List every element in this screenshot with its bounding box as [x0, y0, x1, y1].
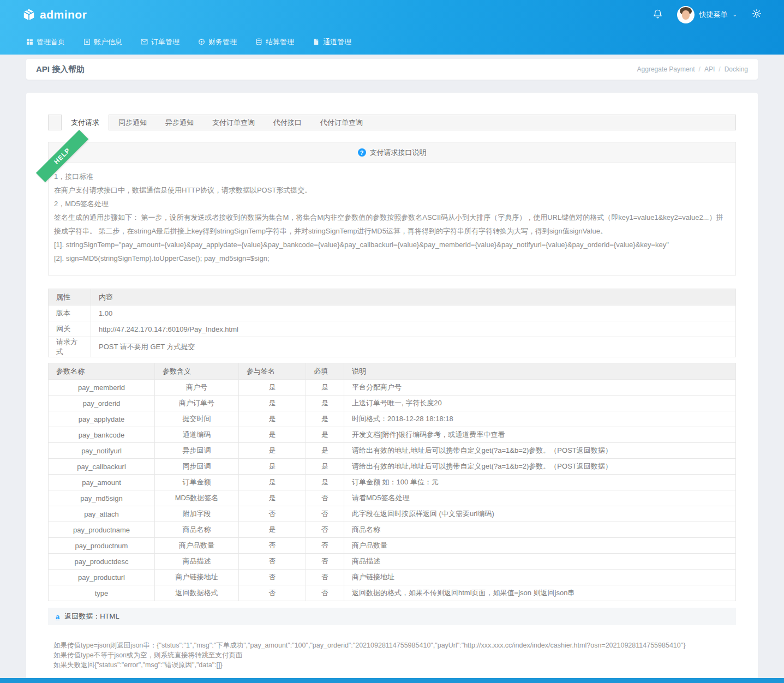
table-cell: 是 [239, 475, 306, 490]
topbar: adminor 快捷菜单 ⌄ [0, 0, 784, 55]
table-cell: 否 [239, 570, 306, 585]
table-cell: 否 [306, 538, 344, 554]
table-cell: 返回数据格式 [155, 585, 239, 601]
table-cell: 是 [306, 459, 344, 475]
table-cell: POST 请不要用 GET 方式提交 [91, 337, 736, 357]
table-row: pay_productnum商户品数量否否商户品数量 [49, 538, 736, 554]
account-icon [83, 38, 91, 45]
table-cell: 否 [239, 554, 306, 570]
table-cell: 请看MD5签名处理 [344, 490, 736, 506]
nav-item-orders[interactable]: 订单管理 [141, 37, 179, 47]
nav-item-channel[interactable]: 通道管理 [313, 37, 351, 47]
table-row: type返回数据格式否否返回数据的格式，如果不传则返回html页面，如果值=js… [49, 585, 736, 601]
tab-payout-order-query[interactable]: 代付订单查询 [311, 115, 372, 130]
channel-icon [313, 38, 320, 45]
tab-pay-request[interactable]: 支付请求 [61, 115, 109, 130]
tab-payout-api[interactable]: 代付接口 [264, 115, 311, 130]
table-cell: 是 [239, 427, 306, 443]
table-cell: 1.00 [91, 305, 736, 321]
settlement-icon [255, 38, 262, 45]
chevron-down-icon: ⌄ [733, 11, 737, 17]
parameter-table: 参数名称 参数含义 参与签名 必填 说明 pay_memberid商户号是是平台… [48, 363, 736, 601]
table-cell: 否 [306, 522, 344, 538]
tab-async-notify[interactable]: 异步通知 [156, 115, 203, 130]
nav-label: 财务管理 [208, 37, 237, 47]
table-cell: 否 [306, 506, 344, 522]
table-cell: 是 [239, 459, 306, 475]
nav-item-settlement[interactable]: 结算管理 [255, 37, 294, 47]
avatar [677, 6, 695, 23]
table-cell: 是 [306, 443, 344, 459]
column-header: 参数含义 [155, 363, 239, 380]
column-header: 必填 [306, 363, 344, 380]
table-row: pay_orderid商户订单号是是上送订单号唯一, 字符长度20 [49, 396, 736, 411]
table-cell: 否 [239, 506, 306, 522]
table-cell: 通道编码 [155, 427, 239, 443]
breadcrumb-item[interactable]: Aggregate Payment [637, 65, 695, 73]
return-data-bar: a 返回数据：HTML [48, 608, 736, 625]
table-cell: 附加字段 [155, 506, 239, 522]
table-cell: pay_amount [49, 475, 155, 490]
table-cell: 同步回调 [155, 459, 239, 475]
table-cell: 请求方式 [49, 337, 91, 357]
text-line: [2]. sign=MD5(stringSignTemp).toUpperCas… [54, 251, 730, 265]
table-cell: 否 [239, 538, 306, 554]
table-cell: 商户号 [155, 380, 239, 396]
finance-icon [198, 38, 205, 45]
nav-label: 账户信息 [94, 37, 122, 47]
help-panel-header: ? 支付请求接口说明 [49, 142, 735, 163]
table-cell: pay_productname [49, 522, 155, 538]
table-row: pay_notifyurl异步回调是是请给出有效的地址,地址后可以携带自定义ge… [49, 443, 736, 459]
table-cell: 是 [239, 522, 306, 538]
table-cell: 是 [239, 490, 306, 506]
content-card: 支付请求 同步通知 异步通知 支付订单查询 代付接口 代付订单查询 HELP ?… [26, 93, 758, 683]
table-cell: 是 [306, 380, 344, 396]
dashboard-icon [26, 38, 33, 45]
table-cell: pay_applydate [49, 411, 155, 427]
breadcrumb-item[interactable]: API [704, 65, 715, 73]
page-title: API 接入帮助 [36, 64, 85, 75]
tab-sync-notify[interactable]: 同步通知 [109, 115, 156, 130]
table-cell: 是 [306, 411, 344, 427]
table-cell: 开发文档[附件]银行编码参考，或通道费率中查看 [344, 427, 736, 443]
table-cell: 请给出有效的地址,地址后可以携带自定义get(?a=1&b=2)参数。（POST… [344, 443, 736, 459]
table-row: pay_productdesc商品描述否否商品描述 [49, 554, 736, 570]
return-data-label: 返回数据：HTML [64, 612, 119, 621]
table-cell: 否 [306, 490, 344, 506]
help-panel: HELP ? 支付请求接口说明 1，接口标准在商户支付请求接口中，数据通信是使用… [48, 142, 736, 275]
nav-item-finance[interactable]: 财务管理 [198, 37, 237, 47]
page-header: API 接入帮助 Aggregate Payment / API / Docki… [26, 59, 758, 80]
table-cell: pay_notifyurl [49, 443, 155, 459]
notifications-button[interactable] [653, 9, 663, 21]
text-line: 2，MD5签名处理 [54, 197, 730, 211]
table-cell: 商品描述 [344, 554, 736, 570]
table-cell: 商户品数量 [344, 538, 736, 554]
orders-icon [141, 38, 148, 45]
table-row: pay_amount订单金额是是订单金额 如：100 单位：元 [49, 475, 736, 490]
table-cell: 商品名称 [155, 522, 239, 538]
font-a-icon: a [56, 613, 59, 621]
table-cell: 否 [239, 585, 306, 601]
table-cell: pay_orderid [49, 396, 155, 411]
settings-button[interactable] [751, 8, 762, 21]
table-cell: 商户品数量 [155, 538, 239, 554]
table-cell: 商户链接地址 [155, 570, 239, 585]
nav-item-dashboard[interactable]: 管理首页 [26, 37, 65, 47]
table-cell: 是 [239, 380, 306, 396]
breadcrumb-item[interactable]: Docking [725, 65, 748, 73]
table-cell: 是 [239, 396, 306, 411]
table-cell: 请给出有效的地址,地址后可以携带自定义get(?a=1&b=2)参数。（POST… [344, 459, 736, 475]
nav-label: 订单管理 [151, 37, 179, 47]
nav-label: 管理首页 [37, 37, 65, 47]
user-menu[interactable]: 快捷菜单 ⌄ [677, 6, 737, 23]
table-cell: http://47.242.170.147:60109/Pay_Index.ht… [91, 321, 736, 337]
logo[interactable]: adminor [22, 8, 87, 22]
table-cell: 时间格式：2018-12-28 18:18:18 [344, 411, 736, 427]
nav-item-account[interactable]: 账户信息 [83, 37, 122, 47]
text-line: 如果传值type不等于json或为空，则系统直接将转跳至支付页面 [53, 650, 731, 660]
table-row: pay_applydate提交时间是是时间格式：2018-12-28 18:18… [49, 411, 736, 427]
table-row: pay_attach附加字段否否此字段在返回时按原样返回 (中文需要url编码) [49, 506, 736, 522]
help-panel-title: 支付请求接口说明 [370, 148, 427, 158]
tab-pay-order-query[interactable]: 支付订单查询 [203, 115, 264, 130]
table-row: pay_producturl商户链接地址否否商户链接地址 [49, 570, 736, 585]
